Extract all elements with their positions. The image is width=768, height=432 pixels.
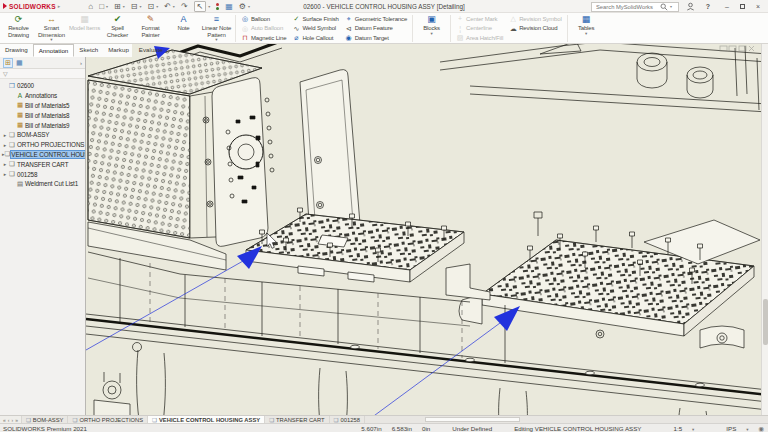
leader-line-1[interactable] bbox=[86, 261, 243, 350]
flyout-icon[interactable]: ▸ bbox=[58, 3, 61, 9]
caret-icon[interactable]: ▾ bbox=[173, 4, 175, 9]
ribbon-tab[interactable]: Annotation bbox=[33, 44, 75, 57]
tree-item[interactable]: ▸ ❏ 001258 bbox=[0, 169, 85, 179]
last-sheet-icon[interactable]: » bbox=[15, 417, 18, 423]
search-input[interactable] bbox=[594, 3, 658, 11]
ribbon-small-button[interactable]: ¦ Centerline bbox=[453, 24, 506, 34]
help-icon[interactable]: ? bbox=[702, 3, 714, 10]
filter-funnel-icon[interactable]: ▽ bbox=[3, 70, 8, 77]
search-icon[interactable] bbox=[660, 3, 668, 11]
prev-sheet-icon[interactable]: ‹ bbox=[8, 417, 10, 423]
tree-item[interactable]: ▸ ❏ ORTHO PROJECTIONS bbox=[0, 140, 85, 150]
ribbon-tab[interactable]: Evaluate bbox=[134, 44, 168, 57]
sheet-tab[interactable]: ❏ 001258 bbox=[330, 416, 365, 423]
undo-icon[interactable]: ↶ bbox=[164, 2, 171, 11]
leader-arrowhead-2[interactable] bbox=[494, 306, 520, 331]
minimize-button[interactable]: – bbox=[721, 3, 733, 10]
sheet-tab[interactable]: ❏ TRANSFER CART bbox=[265, 416, 329, 423]
ribbon-large-button[interactable]: A Note ▾ bbox=[167, 14, 200, 42]
sheet-tab[interactable]: ❏ ORTHO PROJECTIONS bbox=[68, 416, 148, 423]
ribbon-large-button[interactable]: ✔ Spell Checker ▾ bbox=[101, 14, 134, 42]
open-icon[interactable]: ⊞ bbox=[114, 2, 121, 11]
print-icon[interactable]: ⊡ bbox=[147, 2, 154, 11]
ribbon-large-button[interactable]: ▦ Model Items ▾ bbox=[68, 14, 101, 42]
drawing-viewport[interactable] bbox=[0, 0, 768, 432]
horizontal-scrollbar[interactable] bbox=[365, 416, 768, 423]
ribbon-small-button[interactable]: ☁ Revision Cloud bbox=[506, 24, 564, 34]
property-manager-tab-icon[interactable]: ▦ bbox=[16, 59, 23, 67]
tree-item[interactable]: ▸ ❏ TRANSFER CART bbox=[0, 159, 85, 169]
save-icon[interactable]: ⊟ bbox=[131, 2, 138, 11]
ribbon-large-button[interactable]: ▣ Blocks ▾ bbox=[415, 14, 448, 36]
ribbon-large-button[interactable]: ≡ Linear Note Pattern ▾ bbox=[200, 14, 233, 42]
ribbon-tab[interactable]: Drawing bbox=[0, 44, 33, 57]
ribbon-large-button[interactable]: ✎ Format Painter ▾ bbox=[134, 14, 167, 42]
sheet-tab[interactable]: ❏ VEHICLE CONTROL HOUSING ASSY bbox=[148, 416, 265, 423]
next-sheet-icon[interactable]: › bbox=[11, 417, 13, 423]
options-gear-icon[interactable]: ⚙ bbox=[239, 2, 246, 11]
ribbon-small-button[interactable]: ⌖ Geometric Tolerance bbox=[342, 14, 410, 24]
display-settings-icon[interactable]: ▦ bbox=[225, 2, 233, 11]
vertical-scrollbar[interactable] bbox=[761, 44, 768, 415]
ribbon-small-button[interactable]: ◎ Auto Balloon bbox=[238, 24, 289, 34]
restore-button[interactable] bbox=[740, 4, 745, 9]
status-options-icon[interactable]: ◉ bbox=[759, 425, 764, 432]
home-icon[interactable]: ⌂ bbox=[88, 2, 93, 11]
tree-item[interactable]: ▸ ▤ Weldment Cut List1 bbox=[0, 179, 85, 189]
tree-root-item[interactable]: ▸ ❒ 02600 bbox=[0, 81, 85, 91]
ribbon-small-button[interactable]: ✓ Surface Finish bbox=[289, 14, 341, 24]
ribbon-small-button[interactable]: ◎ Balloon bbox=[238, 14, 289, 24]
caret-icon[interactable]: ▾ bbox=[123, 4, 125, 9]
select-cursor-icon[interactable]: ↖ bbox=[194, 1, 207, 12]
ribbon-small-button[interactable]: ⊲ Datum Feature bbox=[342, 24, 410, 34]
chevron-down-icon[interactable]: ▾ bbox=[215, 38, 217, 42]
search-box[interactable]: ▾ bbox=[591, 2, 679, 12]
tree-filter-row[interactable]: ▽ bbox=[0, 69, 85, 79]
ribbon-large-button[interactable]: ↔ Smart Dimension ▾ bbox=[35, 14, 68, 42]
feature-tree-tab-icon[interactable]: ⊞ bbox=[3, 58, 13, 68]
chevron-down-icon[interactable]: ▾ bbox=[585, 32, 587, 36]
ribbon-button-label: Magnetic Line bbox=[251, 35, 286, 41]
tree-item[interactable]: ▸ ▦ Bill of Materials8 bbox=[0, 110, 85, 120]
ribbon-large-button[interactable]: ▦ Tables ▾ bbox=[570, 14, 603, 36]
new-document-icon[interactable]: □ bbox=[99, 2, 104, 11]
panel-flyout-icon[interactable]: › bbox=[80, 60, 82, 66]
sheet-tab[interactable]: ❏ BOM-ASSY bbox=[22, 416, 69, 423]
tree-item[interactable]: ▸ A Annotations bbox=[0, 91, 85, 101]
ribbon-small-button[interactable]: ⌀ Hole Callout bbox=[289, 33, 341, 43]
chevron-down-icon[interactable]: ▾ bbox=[430, 32, 432, 36]
vertical-scrollbar-thumb[interactable] bbox=[763, 299, 768, 345]
ribbon-large-button[interactable]: ⟳ Resolve Drawing ▾ bbox=[2, 14, 35, 42]
sheet-scale[interactable]: 1:5▾ bbox=[663, 425, 694, 432]
caret-icon[interactable]: ▾ bbox=[248, 4, 250, 9]
ribbon-tab[interactable]: Sketch bbox=[74, 44, 103, 57]
ribbon-tab[interactable]: Markup bbox=[103, 44, 134, 57]
search-caret-icon[interactable]: ▾ bbox=[670, 4, 672, 9]
doc-minimize-icon[interactable] bbox=[720, 46, 727, 51]
caret-icon[interactable]: ▾ bbox=[208, 4, 210, 9]
status-bar-right: 5.607in 6.583in 0in Under Defined Editin… bbox=[351, 425, 764, 432]
tree-item[interactable]: ▸ ▦ Bill of Materials5 bbox=[0, 101, 85, 111]
caret-icon[interactable]: ▾ bbox=[139, 4, 141, 9]
unit-system[interactable]: IPS▾ bbox=[716, 425, 748, 432]
caret-icon[interactable]: ▾ bbox=[156, 4, 158, 9]
ribbon-small-button[interactable]: + Center Mark bbox=[453, 14, 506, 24]
ribbon-small-button[interactable]: △ Revision Symbol bbox=[506, 14, 564, 24]
tree-item[interactable]: ▸ ❏ BOM-ASSY bbox=[0, 130, 85, 140]
performance-stoplight-icon[interactable] bbox=[216, 3, 219, 10]
close-button[interactable]: × bbox=[752, 3, 764, 10]
ribbon-small-button[interactable]: ◉ Datum Target bbox=[342, 33, 410, 43]
tree-item[interactable]: ▸ ▦ Bill of Materials9 bbox=[0, 120, 85, 130]
chevron-down-icon[interactable]: ▾ bbox=[50, 38, 52, 42]
ribbon-small-button[interactable]: ⊓ Magnetic Line bbox=[238, 33, 289, 43]
tree-item[interactable]: ▸ ❏ VEHICLE CONTROL HOUSING AS bbox=[0, 150, 85, 160]
redo-icon[interactable]: ↷ bbox=[181, 2, 188, 11]
user-account-icon[interactable] bbox=[686, 2, 695, 11]
doc-close-icon[interactable] bbox=[749, 46, 754, 51]
caret-icon[interactable]: ▾ bbox=[106, 4, 108, 9]
product-version-label: SOLIDWORKS Premium 2021 bbox=[3, 425, 87, 432]
ribbon-small-button[interactable]: ∿ Weld Symbol bbox=[289, 24, 341, 34]
first-sheet-icon[interactable]: « bbox=[3, 417, 6, 423]
ribbon-small-button[interactable]: ▨ Area Hatch/Fill bbox=[453, 33, 506, 43]
horizontal-scrollbar-thumb[interactable] bbox=[425, 417, 520, 422]
